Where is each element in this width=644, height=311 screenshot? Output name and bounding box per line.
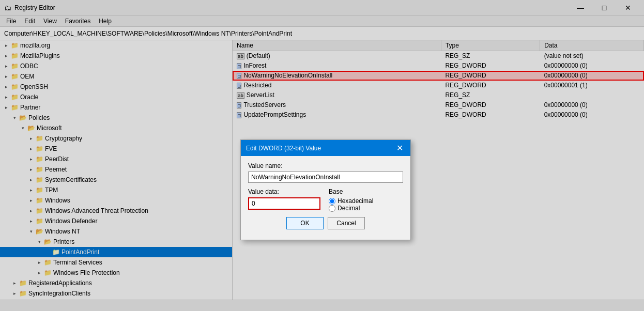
base-group: Base Hexadecimal Decimal xyxy=(329,188,373,212)
value-data-input[interactable] xyxy=(248,197,320,210)
modal-title: Edit DWORD (32-bit) Value xyxy=(246,145,321,152)
dec-radio[interactable] xyxy=(329,205,335,212)
modal-overlay: Edit DWORD (32-bit) Value ✕ Value name: … xyxy=(0,0,644,311)
hex-radio-row: Hexadecimal xyxy=(329,197,373,205)
value-data-row: Value data: Base Hexadecimal Decimal xyxy=(248,188,403,212)
value-name-label: Value name: xyxy=(248,162,403,169)
modal-body: Value name: Value data: Base Hexadecimal… xyxy=(241,156,410,240)
modal-close-button[interactable]: ✕ xyxy=(394,143,405,153)
value-data-group: Value data: xyxy=(248,188,320,212)
dec-radio-row: Decimal xyxy=(329,205,373,212)
modal-buttons: OK Cancel xyxy=(248,217,403,234)
hex-label: Hexadecimal xyxy=(338,197,373,205)
value-name-input[interactable] xyxy=(248,172,403,183)
cancel-button[interactable]: Cancel xyxy=(328,217,365,229)
modal-title-bar: Edit DWORD (32-bit) Value ✕ xyxy=(241,140,410,156)
value-data-label: Value data: xyxy=(248,188,320,195)
ok-button[interactable]: OK xyxy=(286,217,324,229)
dec-label: Decimal xyxy=(338,205,360,212)
base-label: Base xyxy=(329,188,373,195)
edit-dword-dialog: Edit DWORD (32-bit) Value ✕ Value name: … xyxy=(240,139,411,240)
hex-radio[interactable] xyxy=(329,198,335,205)
